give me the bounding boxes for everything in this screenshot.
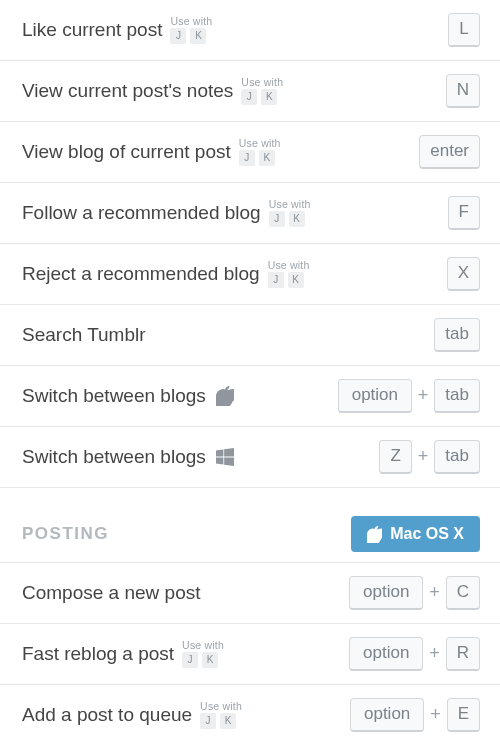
shortcut-keys: option + tab: [338, 379, 480, 413]
shortcut-list: Like current post Use with J K L View cu…: [0, 0, 500, 745]
shortcut-label: View blog of current post: [22, 141, 231, 164]
shortcut-label: View current post's notes: [22, 80, 233, 103]
plus-separator: +: [430, 704, 441, 726]
shortcut-label: Reject a recommended blog: [22, 263, 260, 286]
use-with-hint: Use with J K: [182, 640, 224, 669]
plus-separator: +: [429, 582, 440, 604]
use-with-hint: Use with J K: [268, 260, 310, 289]
shortcut-keys: Z + tab: [379, 440, 480, 474]
keycap: tab: [434, 379, 480, 413]
shortcut-label: Follow a recommended blog: [22, 202, 261, 225]
shortcut-row: Follow a recommended blog Use with J K F: [0, 183, 500, 244]
mini-key-j: J: [268, 272, 284, 288]
use-with-text: Use with: [200, 701, 242, 712]
keycap: tab: [434, 440, 480, 474]
shortcut-keys: enter: [419, 135, 480, 169]
shortcut-label: Fast reblog a post: [22, 643, 174, 666]
mini-key-j: J: [241, 89, 257, 105]
shortcut-label: Like current post: [22, 19, 162, 42]
shortcut-label: Compose a new post: [22, 582, 201, 605]
keycap: X: [447, 257, 480, 291]
shortcut-keys: X: [447, 257, 480, 291]
row-left: Switch between blogs: [22, 446, 234, 469]
shortcut-row: Switch between blogs Z + tab: [0, 427, 500, 488]
mini-key-k: K: [190, 28, 206, 44]
shortcut-row: Add a post to queue Use with J K option …: [0, 685, 500, 745]
use-with-hint: Use with J K: [170, 16, 212, 45]
use-with-keys: J K: [241, 89, 277, 105]
os-toggle-label: Mac OS X: [390, 524, 464, 543]
use-with-text: Use with: [182, 640, 224, 651]
use-with-keys: J K: [239, 150, 275, 166]
use-with-keys: J K: [269, 211, 305, 227]
shortcut-keys: tab: [434, 318, 480, 352]
row-left: Reject a recommended blog Use with J K: [22, 260, 310, 289]
row-left: View current post's notes Use with J K: [22, 77, 283, 106]
shortcut-row: Like current post Use with J K L: [0, 0, 500, 61]
use-with-keys: J K: [200, 713, 236, 729]
use-with-text: Use with: [269, 199, 311, 210]
row-left: Switch between blogs: [22, 385, 234, 408]
use-with-text: Use with: [268, 260, 310, 271]
use-with-hint: Use with J K: [269, 199, 311, 228]
row-left: Compose a new post: [22, 582, 201, 605]
shortcut-row: View current post's notes Use with J K N: [0, 61, 500, 122]
keycap: option: [349, 637, 423, 671]
mini-key-j: J: [269, 211, 285, 227]
section-title: POSTING: [22, 524, 109, 544]
use-with-text: Use with: [239, 138, 281, 149]
row-left: Fast reblog a post Use with J K: [22, 640, 224, 669]
mini-key-j: J: [182, 652, 198, 668]
use-with-hint: Use with J K: [200, 701, 242, 730]
shortcut-label: Switch between blogs: [22, 446, 206, 469]
shortcut-row: Reject a recommended blog Use with J K X: [0, 244, 500, 305]
plus-separator: +: [418, 446, 429, 468]
keycap: R: [446, 637, 480, 671]
shortcut-label: Add a post to queue: [22, 704, 192, 727]
use-with-text: Use with: [241, 77, 283, 88]
keycap: L: [448, 13, 480, 47]
mini-key-j: J: [239, 150, 255, 166]
keycap: Z: [379, 440, 411, 474]
mini-key-j: J: [170, 28, 186, 44]
shortcut-keys: option + C: [349, 576, 480, 610]
shortcut-row: Search Tumblr tab: [0, 305, 500, 366]
keycap: F: [448, 196, 480, 230]
shortcut-keys: F: [448, 196, 480, 230]
apple-icon: [367, 526, 382, 543]
mini-key-k: K: [261, 89, 277, 105]
shortcut-row: View blog of current post Use with J K e…: [0, 122, 500, 183]
use-with-keys: J K: [268, 272, 304, 288]
keycap: C: [446, 576, 480, 610]
use-with-keys: J K: [182, 652, 218, 668]
shortcut-label: Switch between blogs: [22, 385, 206, 408]
plus-separator: +: [418, 385, 429, 407]
shortcut-row: Fast reblog a post Use with J K option +…: [0, 624, 500, 685]
mini-key-k: K: [288, 272, 304, 288]
use-with-hint: Use with J K: [239, 138, 281, 167]
shortcut-keys: L: [448, 13, 480, 47]
mini-key-k: K: [259, 150, 275, 166]
os-toggle-button[interactable]: Mac OS X: [351, 516, 480, 552]
shortcut-label: Search Tumblr: [22, 324, 146, 347]
mini-key-j: J: [200, 713, 216, 729]
keycap: option: [338, 379, 412, 413]
row-left: Like current post Use with J K: [22, 16, 212, 45]
shortcut-keys: option + R: [349, 637, 480, 671]
keycap: tab: [434, 318, 480, 352]
shortcut-keys: option + E: [350, 698, 480, 732]
keycap: option: [349, 576, 423, 610]
row-left: Follow a recommended blog Use with J K: [22, 199, 311, 228]
row-left: Add a post to queue Use with J K: [22, 701, 242, 730]
row-left: Search Tumblr: [22, 324, 146, 347]
keycap: enter: [419, 135, 480, 169]
keycap: E: [447, 698, 480, 732]
mini-key-k: K: [202, 652, 218, 668]
row-left: View blog of current post Use with J K: [22, 138, 281, 167]
keycap: N: [446, 74, 480, 108]
apple-icon: [216, 386, 234, 406]
mini-key-k: K: [289, 211, 305, 227]
shortcut-row: Switch between blogs option + tab: [0, 366, 500, 427]
windows-icon: [216, 448, 234, 466]
shortcut-row: Compose a new post option + C: [0, 563, 500, 624]
